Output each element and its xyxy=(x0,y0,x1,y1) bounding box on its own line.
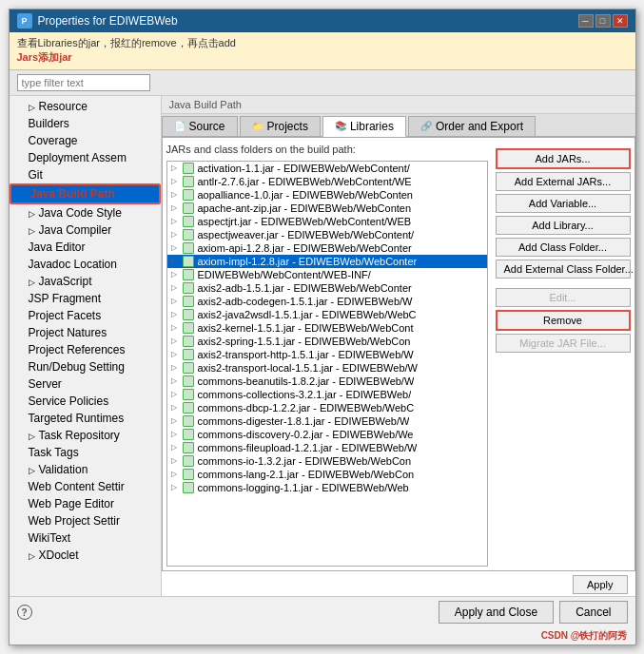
jar-icon xyxy=(183,482,194,493)
tab-projects[interactable]: 📁Projects xyxy=(240,116,321,136)
expand-arrow: ▷ xyxy=(171,297,179,305)
add-jars-button[interactable]: Add JARs... xyxy=(496,148,631,169)
minimize-button[interactable]: ─ xyxy=(578,14,594,28)
jar-name: antlr-2.7.6.jar - EDIWEBWeb/WebContent/W… xyxy=(198,176,412,187)
sidebar-item[interactable]: ▷Resource xyxy=(10,98,161,115)
apply-button[interactable]: Apply xyxy=(573,575,628,594)
jar-item[interactable]: ▷ axiom-api-1.2.8.jar - EDIWEBWeb/WebCon… xyxy=(167,241,487,255)
expand-arrow: ▷ xyxy=(171,363,179,372)
sidebar-item[interactable]: JSP Fragment xyxy=(10,290,161,307)
jar-name: EDIWEBWeb/WebContent/WEB-INF/ xyxy=(198,269,371,280)
jar-item[interactable]: ▷ commons-logging-1.1.jar - EDIWEBWeb/We… xyxy=(167,481,487,494)
tab-source[interactable]: 📄Source xyxy=(162,116,238,136)
add-class-folder-button[interactable]: Add Class Folder... xyxy=(496,238,631,257)
jar-name: axis2-transport-local-1.5.1.jar - EDIWEB… xyxy=(198,362,418,374)
jar-item[interactable]: ▷ axis2-kernel-1.5.1.jar - EDIWEBWeb/Web… xyxy=(167,321,487,335)
jar-item[interactable]: ▷ aspectjweaver.jar - EDIWEBWeb/WebConte… xyxy=(167,228,487,241)
jar-name: commons-fileupload-1.2.1.jar - EDIWEBWeb… xyxy=(198,442,418,453)
sidebar-item[interactable]: ▷Java Compiler xyxy=(10,221,161,239)
jar-icon xyxy=(183,309,194,320)
sidebar-item[interactable]: Targeted Runtimes xyxy=(10,410,161,427)
jar-item[interactable]: ▷ apache-ant-zip.jar - EDIWEBWeb/WebCont… xyxy=(167,202,487,215)
jar-item[interactable]: ▷ commons-digester-1.8.1.jar - EDIWEBWeb… xyxy=(167,414,487,428)
sidebar-item[interactable]: Deployment Assem xyxy=(10,149,161,166)
tab-icon: 📁 xyxy=(252,121,263,131)
sidebar: ▷ResourceBuildersCoverageDeployment Asse… xyxy=(10,96,162,596)
jar-name: commons-collections-3.2.1.jar - EDIWEBWe… xyxy=(198,389,412,400)
close-button[interactable]: ✕ xyxy=(613,14,628,28)
sidebar-item[interactable]: Project Natures xyxy=(10,324,161,341)
jar-icon xyxy=(183,429,194,440)
sidebar-item[interactable]: Web Page Editor xyxy=(10,495,161,512)
sidebar-item[interactable]: ▷Java Code Style xyxy=(10,204,161,221)
jar-item[interactable]: ▷ axis2-spring-1.5.1.jar - EDIWEBWeb/Web… xyxy=(167,335,487,348)
sidebar-item[interactable]: Run/Debug Setting xyxy=(10,358,161,375)
jar-item[interactable]: ▷ antlr-2.7.6.jar - EDIWEBWeb/WebContent… xyxy=(167,175,487,188)
sidebar-item[interactable]: ▷Validation xyxy=(10,461,161,478)
jar-list[interactable]: ▷ activation-1.1.jar - EDIWEBWeb/WebCont… xyxy=(166,161,488,567)
maximize-button[interactable]: □ xyxy=(595,14,611,28)
add-external-jars-button[interactable]: Add External JARs... xyxy=(496,172,631,191)
add-library-button[interactable]: Add Library... xyxy=(496,216,631,235)
annotation-line2: Jars添加jar xyxy=(17,51,72,63)
jar-item[interactable]: ▷ commons-discovery-0.2.jar - EDIWEBWeb/… xyxy=(167,428,487,441)
jar-item[interactable]: ▷ EDIWEBWeb/WebContent/WEB-INF/ xyxy=(167,268,487,281)
jar-item[interactable]: ▷ commons-lang-2.1.jar - EDIWEBWeb/WebCo… xyxy=(167,468,487,481)
add-variable-button[interactable]: Add Variable... xyxy=(496,194,631,213)
expand-arrow: ▷ xyxy=(171,403,179,412)
sidebar-item[interactable]: Git xyxy=(10,166,161,183)
jar-item[interactable]: ▷ axis2-adb-1.5.1.jar - EDIWEBWeb/WebCon… xyxy=(167,281,487,295)
expand-arrow: ▷ xyxy=(171,177,179,185)
expand-arrow: ▷ xyxy=(171,416,179,425)
watermark: CSDN @铁打的阿秀 xyxy=(10,627,635,644)
cancel-button[interactable]: Cancel xyxy=(559,601,627,624)
sidebar-item[interactable]: ▷XDoclet xyxy=(10,547,161,564)
jar-item[interactable]: ▷ commons-beanutils-1.8.2.jar - EDIWEBWe… xyxy=(167,375,487,388)
sidebar-item[interactable]: Builders xyxy=(10,115,161,132)
jar-item[interactable]: ▷ axis2-adb-codegen-1.5.1.jar - EDIWEBWe… xyxy=(167,295,487,308)
jar-item[interactable]: ▷ axis2-java2wsdl-1.5.1.jar - EDIWEBWeb/… xyxy=(167,308,487,321)
jar-item[interactable]: ▷ aopalliance-1.0.jar - EDIWEBWeb/WebCon… xyxy=(167,188,487,202)
jar-icon xyxy=(183,442,194,453)
jar-icon xyxy=(183,282,194,294)
jar-name: axis2-spring-1.5.1.jar - EDIWEBWeb/WebCo… xyxy=(198,336,411,347)
jar-item[interactable]: ▷ commons-io-1.3.2.jar - EDIWEBWeb/WebCo… xyxy=(167,454,487,468)
panel-body: JARs and class folders on the build path… xyxy=(162,137,635,571)
jar-item[interactable]: ▷ commons-fileupload-1.2.1.jar - EDIWEBW… xyxy=(167,441,487,454)
help-icon[interactable]: ? xyxy=(17,605,32,620)
sidebar-item[interactable]: Task Tags xyxy=(10,444,161,461)
remove-button[interactable]: Remove xyxy=(496,310,631,331)
tab-order-and-export[interactable]: 🔗Order and Export xyxy=(408,116,536,136)
filter-bar xyxy=(10,70,635,96)
migrate-jar-button[interactable]: Migrate JAR File... xyxy=(496,334,631,353)
sidebar-item[interactable]: Project Facets xyxy=(10,307,161,324)
sidebar-item[interactable]: WikiText xyxy=(10,529,161,547)
sidebar-item[interactable]: Project References xyxy=(10,341,161,358)
apply-row: Apply xyxy=(162,571,635,596)
jar-item[interactable]: ▷ axis2-transport-http-1.5.1.jar - EDIWE… xyxy=(167,348,487,361)
sidebar-item[interactable]: Java Editor xyxy=(10,239,161,256)
sidebar-item[interactable]: ▷Task Repository xyxy=(10,427,161,444)
jar-item[interactable]: ▷ aspectjrt.jar - EDIWEBWeb/WebContent/W… xyxy=(167,215,487,228)
edit-button[interactable]: Edit... xyxy=(496,288,631,307)
filter-input[interactable] xyxy=(17,74,150,91)
jar-item[interactable]: ▷ axiom-impl-1.2.8.jar - EDIWEBWeb/WebCo… xyxy=(167,255,487,268)
jar-item[interactable]: ▷ commons-dbcp-1.2.2.jar - EDIWEBWeb/Web… xyxy=(167,401,487,414)
apply-close-button[interactable]: Apply and Close xyxy=(439,601,554,624)
sidebar-item[interactable]: Javadoc Location xyxy=(10,256,161,273)
sidebar-item[interactable]: Service Policies xyxy=(10,393,161,410)
tab-libraries[interactable]: 📚Libraries xyxy=(322,116,406,137)
add-external-class-folder-button[interactable]: Add External Class Folder... xyxy=(496,260,631,279)
jar-icon xyxy=(183,296,194,307)
jar-item[interactable]: ▷ commons-collections-3.2.1.jar - EDIWEB… xyxy=(167,388,487,401)
sidebar-item[interactable]: Coverage xyxy=(10,132,161,149)
sidebar-item[interactable]: ▷JavaScript xyxy=(10,273,161,290)
sidebar-item[interactable]: Java Build Path xyxy=(10,183,161,204)
sidebar-item[interactable]: Web Project Settir xyxy=(10,512,161,529)
jar-item[interactable]: ▷ axis2-transport-local-1.5.1.jar - EDIW… xyxy=(167,361,487,375)
jar-name: commons-digester-1.8.1.jar - EDIWEBWeb/W xyxy=(198,415,410,427)
buttons-section: Add JARs... Add External JARs... Add Var… xyxy=(492,138,634,570)
sidebar-item[interactable]: Web Content Settir xyxy=(10,478,161,495)
jar-item[interactable]: ▷ activation-1.1.jar - EDIWEBWeb/WebCont… xyxy=(167,162,487,175)
sidebar-item[interactable]: Server xyxy=(10,375,161,393)
